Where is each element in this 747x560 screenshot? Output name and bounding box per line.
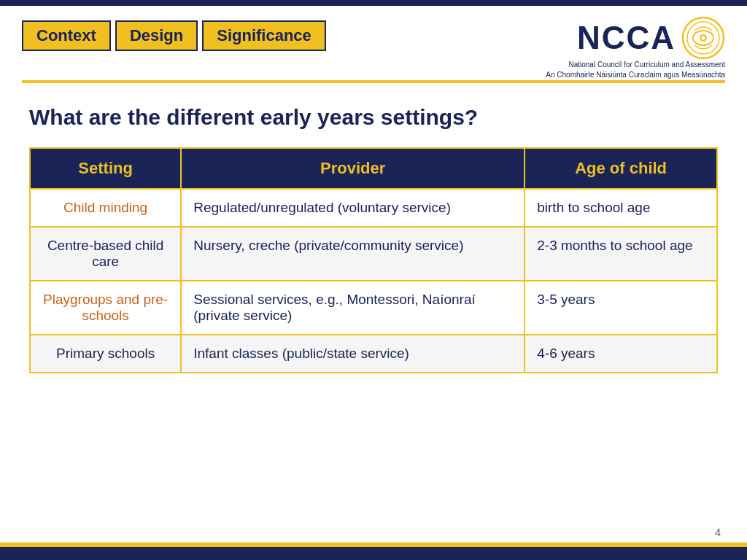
logo-main: NCCA	[577, 16, 725, 60]
settings-table: Setting Provider Age of child Child mind…	[29, 147, 718, 373]
tab-significance[interactable]: Significance	[202, 20, 326, 51]
page-number: 4	[715, 526, 721, 538]
cell-provider: Regulated/unregulated (voluntary service…	[181, 189, 525, 227]
cell-provider: Sessional services, e.g., Montessori, Na…	[181, 281, 525, 335]
ncca-logo-text: NCCA	[577, 20, 676, 56]
cell-provider: Nursery, creche (private/community servi…	[181, 227, 525, 281]
nav-tabs: Context Design Significance	[22, 16, 326, 51]
table-row: Centre-based child careNursery, creche (…	[30, 227, 717, 281]
cell-provider: Infant classes (public/state service)	[181, 335, 525, 373]
table-row: Primary schoolsInfant classes (public/st…	[30, 335, 717, 373]
col-header-setting: Setting	[30, 148, 181, 189]
cell-age: 4-6 years	[525, 335, 717, 373]
table-row: Child mindingRegulated/unregulated (volu…	[30, 189, 717, 227]
cell-setting: Primary schools	[30, 335, 181, 373]
col-header-provider: Provider	[181, 148, 525, 189]
cell-age: 3-5 years	[525, 281, 717, 335]
page-title: What are the different early years setti…	[29, 105, 718, 130]
cell-age: 2-3 months to school age	[525, 227, 717, 281]
tab-design[interactable]: Design	[115, 20, 198, 51]
svg-point-4	[702, 36, 705, 40]
logo-area: NCCA National Council for Curriculum and…	[546, 16, 725, 80]
bottom-dark-bar	[0, 547, 747, 560]
main-content: What are the different early years setti…	[0, 83, 747, 381]
tab-context[interactable]: Context	[22, 20, 111, 51]
cell-setting: Centre-based child care	[30, 227, 181, 281]
header: Context Design Significance NCCA Nationa…	[0, 6, 747, 80]
cell-age: birth to school age	[525, 189, 717, 227]
col-header-age: Age of child	[525, 148, 717, 189]
cell-setting: Child minding	[30, 189, 181, 227]
cell-setting: Playgroups and pre-schools	[30, 281, 181, 335]
table-row: Playgroups and pre-schoolsSessional serv…	[30, 281, 717, 335]
top-bar	[0, 0, 747, 6]
logo-subtitle: National Council for Curriculum and Asse…	[546, 60, 725, 80]
ncca-logo-icon	[681, 16, 725, 60]
